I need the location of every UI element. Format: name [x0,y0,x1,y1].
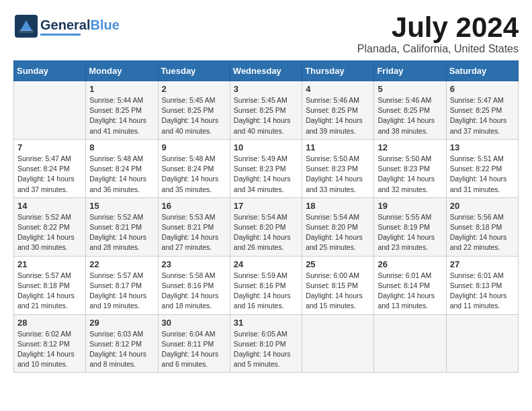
cell-info: Sunrise: 6:00 AM Sunset: 8:15 PM Dayligh… [306,271,370,312]
calendar-cell: 30Sunrise: 6:04 AM Sunset: 8:11 PM Dayli… [158,314,230,373]
calendar-cell: 5Sunrise: 5:46 AM Sunset: 8:25 PM Daylig… [374,81,446,140]
calendar-cell: 1Sunrise: 5:44 AM Sunset: 8:25 PM Daylig… [86,81,158,140]
cell-info: Sunrise: 5:55 AM Sunset: 8:19 PM Dayligh… [378,212,442,253]
calendar-cell: 24Sunrise: 5:59 AM Sunset: 8:16 PM Dayli… [230,256,302,314]
weekday-header-row: SundayMondayTuesdayWednesdayThursdayFrid… [14,61,519,81]
weekday-header-monday: Monday [86,61,158,81]
cell-info: Sunrise: 5:54 AM Sunset: 8:20 PM Dayligh… [306,212,370,253]
cell-info: Sunrise: 5:51 AM Sunset: 8:22 PM Dayligh… [450,154,515,195]
cell-info: Sunrise: 5:48 AM Sunset: 8:24 PM Dayligh… [162,154,226,195]
calendar-cell: 4Sunrise: 5:46 AM Sunset: 8:25 PM Daylig… [302,81,374,140]
cell-info: Sunrise: 5:56 AM Sunset: 8:18 PM Dayligh… [450,212,515,253]
day-number: 22 [89,259,154,269]
svg-rect-2 [19,30,34,33]
day-number: 18 [306,201,370,211]
logo: GeneralBlue [13,13,120,39]
day-number: 6 [450,84,515,94]
calendar-cell: 21Sunrise: 5:57 AM Sunset: 8:18 PM Dayli… [14,256,86,314]
cell-info: Sunrise: 6:04 AM Sunset: 8:11 PM Dayligh… [162,329,226,370]
cell-info: Sunrise: 5:45 AM Sunset: 8:25 PM Dayligh… [162,95,226,136]
day-number: 11 [306,142,370,152]
calendar-cell: 23Sunrise: 5:58 AM Sunset: 8:16 PM Dayli… [158,256,230,314]
cell-info: Sunrise: 5:47 AM Sunset: 8:25 PM Dayligh… [450,95,515,136]
calendar-cell: 9Sunrise: 5:48 AM Sunset: 8:24 PM Daylig… [158,139,230,197]
calendar-week-row: 14Sunrise: 5:52 AM Sunset: 8:22 PM Dayli… [14,197,519,256]
calendar-cell: 2Sunrise: 5:45 AM Sunset: 8:25 PM Daylig… [158,81,230,140]
day-number: 2 [162,84,226,94]
day-number: 17 [234,201,298,211]
day-number: 30 [162,318,226,328]
day-number: 21 [17,259,82,269]
calendar-table: SundayMondayTuesdayWednesdayThursdayFrid… [13,60,519,373]
day-number: 31 [234,318,298,328]
calendar-cell: 19Sunrise: 5:55 AM Sunset: 8:19 PM Dayli… [374,197,446,256]
weekday-header-sunday: Sunday [14,61,86,81]
day-number: 26 [378,259,442,269]
calendar-cell: 3Sunrise: 5:45 AM Sunset: 8:25 PM Daylig… [230,81,302,140]
cell-info: Sunrise: 5:46 AM Sunset: 8:25 PM Dayligh… [378,95,442,136]
cell-info: Sunrise: 6:03 AM Sunset: 8:12 PM Dayligh… [89,329,154,370]
day-number: 8 [89,142,154,152]
weekday-header-thursday: Thursday [302,61,374,81]
cell-info: Sunrise: 5:57 AM Sunset: 8:18 PM Dayligh… [17,271,82,312]
cell-info: Sunrise: 5:50 AM Sunset: 8:23 PM Dayligh… [306,154,370,195]
cell-info: Sunrise: 5:54 AM Sunset: 8:20 PM Dayligh… [234,212,298,253]
logo-icon [13,13,39,39]
calendar-cell: 31Sunrise: 6:05 AM Sunset: 8:10 PM Dayli… [230,314,302,373]
cell-info: Sunrise: 6:02 AM Sunset: 8:12 PM Dayligh… [17,329,82,370]
cell-info: Sunrise: 5:45 AM Sunset: 8:25 PM Dayligh… [234,95,298,136]
day-number: 4 [306,84,370,94]
day-number: 10 [234,142,298,152]
calendar-cell: 7Sunrise: 5:47 AM Sunset: 8:24 PM Daylig… [14,139,86,197]
day-number: 5 [378,84,442,94]
day-number: 28 [17,318,82,328]
calendar-cell [374,314,446,373]
day-number: 25 [306,259,370,269]
calendar-cell: 28Sunrise: 6:02 AM Sunset: 8:12 PM Dayli… [14,314,86,373]
calendar-cell [446,314,518,373]
calendar-cell: 15Sunrise: 5:52 AM Sunset: 8:21 PM Dayli… [86,197,158,256]
cell-info: Sunrise: 5:58 AM Sunset: 8:16 PM Dayligh… [162,271,226,312]
weekday-header-friday: Friday [374,61,446,81]
calendar-cell: 16Sunrise: 5:53 AM Sunset: 8:21 PM Dayli… [158,197,230,256]
cell-info: Sunrise: 5:50 AM Sunset: 8:23 PM Dayligh… [378,154,442,195]
cell-info: Sunrise: 5:57 AM Sunset: 8:17 PM Dayligh… [89,271,154,312]
calendar-cell: 22Sunrise: 5:57 AM Sunset: 8:17 PM Dayli… [86,256,158,314]
day-number: 14 [17,201,82,211]
day-number: 19 [378,201,442,211]
day-number: 16 [162,201,226,211]
cell-info: Sunrise: 5:53 AM Sunset: 8:21 PM Dayligh… [162,212,226,253]
calendar-week-row: 28Sunrise: 6:02 AM Sunset: 8:12 PM Dayli… [14,314,519,373]
calendar-cell: 10Sunrise: 5:49 AM Sunset: 8:23 PM Dayli… [230,139,302,197]
logo-text-blue: Blue [90,17,119,32]
cell-info: Sunrise: 6:01 AM Sunset: 8:13 PM Dayligh… [450,271,515,312]
location: Planada, California, United States [357,43,519,55]
day-number: 7 [17,142,82,152]
calendar-cell: 17Sunrise: 5:54 AM Sunset: 8:20 PM Dayli… [230,197,302,256]
month-title: July 2024 [357,13,519,42]
cell-info: Sunrise: 5:44 AM Sunset: 8:25 PM Dayligh… [89,95,154,136]
day-number: 3 [234,84,298,94]
cell-info: Sunrise: 5:46 AM Sunset: 8:25 PM Dayligh… [306,95,370,136]
cell-info: Sunrise: 5:52 AM Sunset: 8:22 PM Dayligh… [17,212,82,253]
day-number: 12 [378,142,442,152]
day-number: 24 [234,259,298,269]
cell-info: Sunrise: 5:47 AM Sunset: 8:24 PM Dayligh… [17,154,82,195]
day-number: 27 [450,259,515,269]
page-header: GeneralBlue July 2024 Planada, Californi… [13,13,519,55]
weekday-header-tuesday: Tuesday [158,61,230,81]
calendar-cell: 25Sunrise: 6:00 AM Sunset: 8:15 PM Dayli… [302,256,374,314]
calendar-cell: 12Sunrise: 5:50 AM Sunset: 8:23 PM Dayli… [374,139,446,197]
calendar-cell [302,314,374,373]
cell-info: Sunrise: 5:48 AM Sunset: 8:24 PM Dayligh… [89,154,154,195]
cell-info: Sunrise: 6:05 AM Sunset: 8:10 PM Dayligh… [234,329,298,370]
title-block: July 2024 Planada, California, United St… [357,13,519,55]
cell-info: Sunrise: 6:01 AM Sunset: 8:14 PM Dayligh… [378,271,442,312]
calendar-week-row: 7Sunrise: 5:47 AM Sunset: 8:24 PM Daylig… [14,139,519,197]
day-number: 13 [450,142,515,152]
day-number: 29 [89,318,154,328]
calendar-cell: 29Sunrise: 6:03 AM Sunset: 8:12 PM Dayli… [86,314,158,373]
calendar-cell: 26Sunrise: 6:01 AM Sunset: 8:14 PM Dayli… [374,256,446,314]
calendar-cell: 8Sunrise: 5:48 AM Sunset: 8:24 PM Daylig… [86,139,158,197]
calendar-week-row: 1Sunrise: 5:44 AM Sunset: 8:25 PM Daylig… [14,81,519,140]
